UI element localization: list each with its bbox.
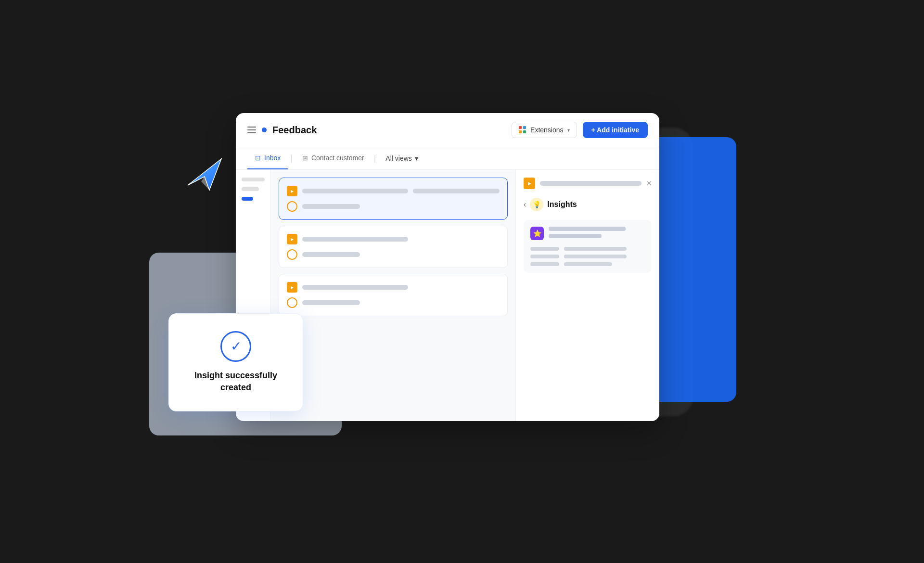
detail-bar-3a (530, 262, 559, 266)
star-badge-icon: ⭐ (530, 227, 544, 240)
panel-title-skeleton (540, 181, 642, 186)
card-2-title-bar (302, 237, 408, 242)
page-title: Feedback (272, 125, 506, 136)
right-panel: × ‹ 💡 Insights ⭐ (515, 170, 659, 421)
detail-bar-1a (530, 247, 559, 251)
insight-title-bar-1 (549, 227, 626, 231)
hamburger-menu-icon[interactable] (247, 127, 256, 133)
feed-card-1[interactable] (279, 178, 508, 220)
add-initiative-label: + Add initiative (591, 126, 639, 134)
card-1-title-bar (302, 189, 408, 193)
card-3-status-circle (287, 297, 297, 308)
insight-details (530, 247, 645, 266)
card-2-type-icon (287, 234, 297, 244)
tab-contact-label: Contact customer (311, 154, 364, 162)
detail-row-3 (530, 262, 645, 266)
detail-bar-2b (564, 255, 627, 258)
extensions-grid-icon (519, 126, 526, 134)
insight-title-bar-2 (549, 234, 602, 238)
check-circle-icon: ✓ (220, 331, 251, 362)
tab-divider-2: | (374, 154, 376, 163)
panel-close-button[interactable]: × (646, 179, 652, 188)
svg-marker-0 (188, 159, 221, 190)
add-initiative-button[interactable]: + Add initiative (583, 122, 648, 138)
back-chevron-icon[interactable]: ‹ (524, 200, 526, 209)
detail-row-2 (530, 255, 645, 258)
sidebar-item-1[interactable] (242, 178, 265, 181)
card-1-meta-bar (413, 189, 500, 193)
detail-row-1 (530, 247, 645, 251)
card-3-row-2 (287, 297, 500, 308)
sidebar-item-2[interactable] (242, 187, 259, 191)
app-header: Feedback Extensions ▾ + Add initiative (236, 113, 659, 147)
card-1-sub-bar (302, 204, 360, 209)
detail-bar-2a (530, 255, 559, 258)
feed-card-2[interactable] (279, 226, 508, 268)
chevron-down-icon: ▾ (567, 128, 570, 133)
tab-contact-customer[interactable]: ⊞ Contact customer (295, 147, 372, 169)
contact-customer-icon: ⊞ (302, 154, 308, 162)
card-1-row-1 (287, 186, 500, 196)
card-3-row-1 (287, 282, 500, 293)
sidebar-item-3-active[interactable] (242, 197, 253, 201)
extensions-button[interactable]: Extensions ▾ (512, 122, 577, 138)
feed-card-3[interactable] (279, 274, 508, 316)
feed-area (271, 170, 515, 421)
insights-bulb-icon: 💡 (530, 198, 543, 211)
panel-type-icon (524, 178, 535, 189)
card-3-type-icon (287, 282, 297, 293)
tab-bar: ⊡ Inbox | ⊞ Contact customer | All views… (236, 147, 659, 170)
insight-text-group (549, 227, 645, 238)
insights-section: ‹ 💡 Insights (524, 196, 652, 213)
inbox-icon: ⊡ (255, 154, 261, 162)
card-3-title-bar (302, 285, 408, 290)
card-2-sub-bar (302, 252, 360, 257)
card-2-row-2 (287, 249, 500, 260)
extensions-label: Extensions (530, 126, 563, 134)
detail-bar-1b (564, 247, 627, 251)
panel-header-row: × (524, 178, 652, 189)
paper-plane-icon (183, 152, 226, 197)
chevron-down-icon-views: ▾ (415, 154, 418, 162)
success-message: Insight successfully created (182, 370, 289, 394)
success-toast: ✓ Insight successfully created (168, 313, 303, 411)
tab-all-views[interactable]: All views ▾ (378, 148, 425, 169)
tab-inbox[interactable]: ⊡ Inbox (247, 147, 288, 169)
card-2-row-1 (287, 234, 500, 244)
insight-card[interactable]: ⭐ (524, 220, 652, 273)
tab-inbox-label: Inbox (264, 154, 281, 162)
card-1-status-circle (287, 201, 297, 212)
card-3-sub-bar (302, 300, 360, 305)
insight-card-header: ⭐ (530, 227, 645, 240)
card-1-row-2 (287, 201, 500, 212)
card-1-type-icon (287, 186, 297, 196)
header-status-dot (262, 128, 267, 132)
all-views-label: All views (385, 154, 411, 162)
checkmark-symbol: ✓ (231, 338, 242, 354)
detail-bar-3b (564, 262, 612, 266)
card-2-status-circle (287, 249, 297, 260)
insights-label: Insights (547, 200, 577, 209)
tab-divider: | (290, 154, 293, 163)
